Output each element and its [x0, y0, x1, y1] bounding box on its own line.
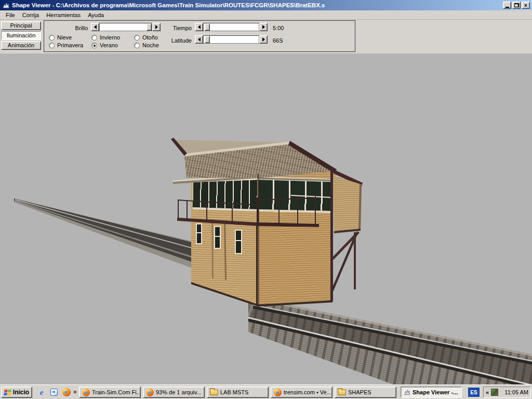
- railing-post: [315, 196, 316, 225]
- lower-window: [235, 230, 242, 254]
- viewport-3d[interactable]: [0, 54, 532, 384]
- latitude-scrollbar: [195, 35, 268, 44]
- toolbar: Principal Iluminación Animación Brillo N…: [0, 20, 532, 54]
- tab-iluminacion[interactable]: Iluminación: [1, 31, 41, 40]
- right-triangle-icon: [262, 37, 267, 42]
- time-left-arrow[interactable]: [195, 23, 203, 31]
- time-track[interactable]: [203, 23, 259, 31]
- task-button-label: Shape Viewer -...: [413, 389, 458, 395]
- brightness-label: Brillo: [55, 25, 88, 32]
- taskbar-button-train-sim[interactable]: Train-Sim.Com Fi...: [79, 387, 141, 398]
- menu-item-corrija[interactable]: Corrija: [19, 11, 43, 19]
- radio-invierno[interactable]: Invierno: [91, 34, 120, 41]
- menu-item-herramientas[interactable]: Herramientas: [43, 11, 84, 19]
- taskbar-clock: 11:05 AM: [504, 389, 528, 395]
- latitude-thumb[interactable]: [205, 36, 210, 43]
- railing-post: [297, 197, 298, 224]
- title-bar[interactable]: Shape Viewer - C:\Archivos de programa\M…: [0, 0, 532, 10]
- task-button-label: 93% de 1 arquiv...: [156, 389, 202, 395]
- tray-chevron[interactable]: «: [486, 389, 489, 395]
- radio-noche[interactable]: Noche: [134, 42, 159, 48]
- radio-circle[interactable]: [49, 35, 55, 41]
- signalbox-downpipe: [256, 225, 258, 305]
- folder-icon: [338, 390, 346, 395]
- signalbox-strut-post: [354, 232, 356, 289]
- menu-item-ayuda[interactable]: Ayuda: [84, 11, 108, 19]
- left-triangle-icon: [196, 37, 201, 42]
- start-button[interactable]: Inicio: [1, 387, 32, 398]
- railing-post: [278, 197, 280, 224]
- lower-window: [214, 226, 221, 249]
- mail-launch-icon[interactable]: [49, 387, 59, 397]
- time-right-arrow[interactable]: [259, 23, 268, 31]
- radio-label: Otoño: [142, 34, 158, 41]
- time-scrollbar: [195, 23, 268, 31]
- tray-app-icon[interactable]: [491, 389, 498, 396]
- tab-animacion[interactable]: Animación: [1, 41, 41, 50]
- taskbar-button-shapes[interactable]: SHAPES: [335, 387, 396, 398]
- taskbar-button-shape-viewer[interactable]: Shape Viewer -...: [401, 387, 462, 398]
- lighting-panel: Brillo Nieve Invierno Otoño Primavera Ve…: [44, 20, 355, 52]
- radio-otono[interactable]: Otoño: [134, 34, 158, 41]
- page-arrow-icon: [50, 389, 58, 396]
- radio-label: Invierno: [100, 34, 120, 41]
- railing-post: [178, 200, 179, 219]
- restore-button[interactable]: [512, 2, 521, 9]
- time-label: Tiempo: [161, 25, 192, 32]
- tab-principal[interactable]: Principal: [1, 21, 41, 30]
- menu-bar: File Corrija Herramientas Ayuda: [0, 10, 532, 20]
- firefox-icon: [274, 389, 282, 396]
- time-thumb[interactable]: [205, 23, 210, 31]
- internet-explorer-icon[interactable]: e: [36, 387, 47, 397]
- railing-post: [206, 202, 207, 221]
- shape-viewer-icon: [2, 2, 10, 9]
- system-tray: « 11:05 AM: [483, 387, 531, 398]
- brightness-right-arrow[interactable]: [152, 23, 161, 31]
- shape-viewer-window: Shape Viewer - C:\Archivos de programa\M…: [0, 0, 532, 399]
- task-button-label: LAB MSTS: [220, 389, 248, 395]
- taskbar: Inicio e » Train-Sim.Com Fi... 93% de 1 …: [0, 384, 532, 399]
- right-triangle-icon: [155, 25, 160, 29]
- browser-orb-icon[interactable]: [61, 387, 72, 397]
- language-indicator[interactable]: ES: [468, 388, 480, 397]
- radio-circle[interactable]: [134, 35, 140, 41]
- latitude-value: 66S: [273, 37, 283, 45]
- right-triangle-icon: [262, 25, 267, 29]
- brightness-scrollbar: [91, 23, 161, 31]
- brightness-left-arrow[interactable]: [91, 23, 99, 31]
- radio-circle[interactable]: [134, 43, 140, 48]
- railing-post: [232, 203, 233, 223]
- task-button-label: SHAPES: [348, 389, 371, 395]
- folder-icon: [210, 390, 218, 395]
- radio-circle-checked[interactable]: [91, 43, 97, 48]
- quick-launch-overflow-chevron[interactable]: »: [73, 388, 77, 395]
- close-button[interactable]: ×: [522, 2, 530, 9]
- brightness-thumb[interactable]: [147, 23, 152, 31]
- minimize-button[interactable]: [503, 2, 511, 9]
- window-title: Shape Viewer - C:\Archivos de programa\M…: [12, 2, 503, 8]
- shape-viewer-icon: [404, 389, 410, 396]
- radio-primavera[interactable]: Primavera: [49, 42, 83, 48]
- windows-logo-icon: [4, 390, 11, 395]
- latitude-left-arrow[interactable]: [195, 35, 203, 44]
- taskbar-button-download[interactable]: 93% de 1 arquiv...: [143, 387, 205, 398]
- railing-corner-post: [257, 197, 259, 225]
- radio-label: Verano: [100, 42, 118, 48]
- start-label: Inicio: [13, 389, 29, 396]
- time-value: 5:00: [273, 25, 284, 32]
- taskbar-button-lab-msts[interactable]: LAB MSTS: [207, 387, 269, 398]
- radio-circle[interactable]: [91, 35, 97, 41]
- menu-item-file[interactable]: File: [2, 11, 19, 19]
- lower-window: [196, 223, 202, 244]
- latitude-right-arrow[interactable]: [259, 35, 268, 44]
- brightness-track[interactable]: [99, 23, 152, 31]
- railing-post: [187, 201, 188, 220]
- task-button-label: Train-Sim.Com Fi...: [92, 389, 141, 395]
- radio-nieve[interactable]: Nieve: [49, 34, 72, 41]
- radio-verano[interactable]: Verano: [91, 42, 118, 48]
- latitude-track[interactable]: [203, 35, 259, 44]
- radio-circle[interactable]: [49, 43, 55, 48]
- taskbar-button-trensim[interactable]: trensim.com • Ve...: [271, 387, 332, 398]
- left-triangle-icon: [196, 25, 201, 29]
- left-triangle-icon: [92, 25, 97, 29]
